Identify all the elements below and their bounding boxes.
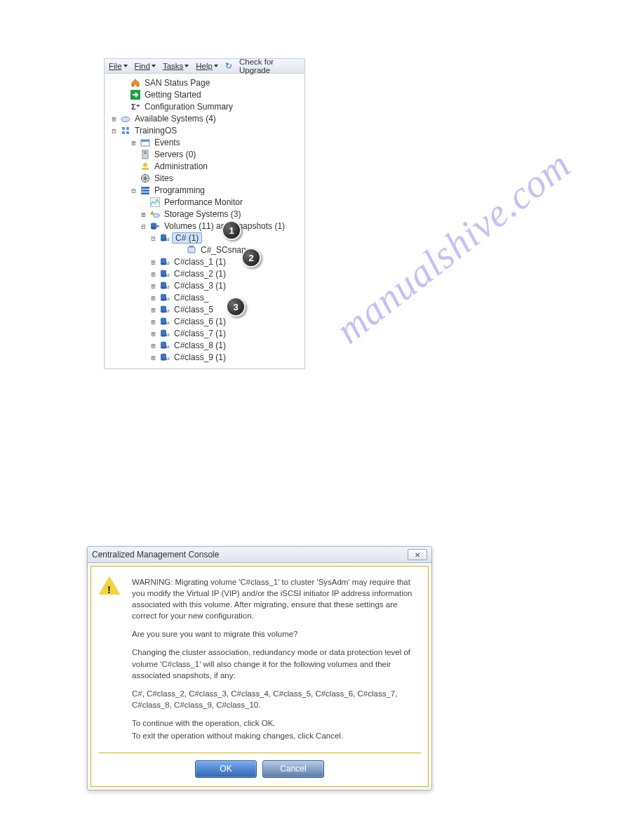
tree-label: SAN Status Page: [142, 77, 212, 88]
dialog-button-row: OK Cancel: [98, 760, 421, 779]
cancel-button[interactable]: Cancel: [262, 760, 324, 778]
tree-item-available-systems[interactable]: Available Systems (4): [106, 112, 304, 124]
svg-point-23: [151, 227, 156, 230]
dialog-title: Centralized Management Console: [92, 550, 219, 560]
menu-help[interactable]: Help: [196, 62, 218, 70]
expand-icon[interactable]: [149, 352, 157, 362]
tree-item-class1[interactable]: 10C#class_1 (1): [106, 256, 304, 267]
tree-label: C#class_2 (1): [172, 268, 228, 279]
collapse-icon[interactable]: [140, 221, 147, 231]
svg-rect-3: [122, 127, 125, 130]
expand-icon[interactable]: [110, 114, 118, 124]
expand-icon[interactable]: [149, 269, 157, 279]
refresh-icon[interactable]: [225, 61, 232, 71]
collapse-icon[interactable]: [110, 126, 118, 135]
tree-item-class5[interactable]: 10C#class_5: [106, 303, 304, 315]
tree-item-trainingos[interactable]: TrainingOS: [106, 124, 304, 136]
svg-rect-8: [141, 140, 149, 142]
calendar-icon: [140, 138, 150, 147]
tree-label: C#_SCsnap: [199, 244, 248, 256]
dialog-text-continue: To continue with the operation, click OK…: [132, 717, 421, 729]
expand-icon[interactable]: [149, 257, 157, 267]
tree-item-scsnap[interactable]: C#_SCsnap: [106, 244, 304, 256]
chevron-down-icon: [152, 65, 156, 67]
menu-bar: File Find Tasks Help Check for Upgrade: [105, 59, 304, 74]
dialog-separator: [98, 753, 421, 753]
watermark-text: manualshive.com: [327, 142, 579, 352]
tree-item-class8[interactable]: 10C#class_8 (1): [106, 339, 304, 351]
dialog-text-warning: WARNING: Migrating volume 'C#class_1' to…: [132, 576, 421, 621]
close-button[interactable]: ✕: [408, 549, 427, 560]
menu-tasks[interactable]: Tasks: [163, 62, 189, 70]
tree-item-config-summary[interactable]: Σ⁺Configuration Summary: [106, 100, 304, 112]
tree-label: Configuration Summary: [142, 101, 235, 112]
tree-item-san-status[interactable]: SAN Status Page: [106, 77, 304, 88]
expand-icon[interactable]: [149, 305, 157, 315]
clouds-icon: [120, 114, 130, 124]
tree-label: Storage Systems (3): [162, 208, 243, 220]
tree-item-volumes-snapshots[interactable]: Volumes (11) and Snapshots (1): [106, 220, 304, 232]
tree-item-sites[interactable]: Sites: [106, 172, 304, 184]
chevron-down-icon: [185, 65, 189, 67]
tree-item-servers[interactable]: Servers (0): [106, 148, 304, 160]
tree-label: Events: [152, 137, 182, 148]
tree-item-class9[interactable]: 10C#class_9 (1): [106, 351, 304, 363]
check-for-upgrade-link[interactable]: Check for Upgrade: [239, 58, 300, 74]
volume-icon: 10: [159, 305, 170, 315]
collapse-icon[interactable]: [149, 233, 157, 243]
svg-marker-19: [151, 211, 154, 214]
svg-rect-6: [126, 131, 129, 134]
tree-item-class4[interactable]: 10C#class_: [106, 291, 304, 303]
tree-label: C#class_7 (1): [172, 328, 228, 339]
menu-file[interactable]: File: [109, 62, 128, 70]
tree-item-class7[interactable]: 10C#class_7 (1): [106, 327, 304, 339]
migration-warning-dialog: Centralized Management Console ✕ WARNING…: [87, 546, 432, 790]
tree-item-getting-started[interactable]: Getting Started: [106, 88, 304, 100]
menu-find[interactable]: Find: [135, 62, 156, 70]
volume-icon: 10: [159, 293, 170, 303]
tree-label: Getting Started: [142, 89, 203, 100]
volume-icon: 10: [159, 257, 170, 267]
collapse-icon[interactable]: [130, 185, 137, 195]
expand-icon[interactable]: [130, 138, 137, 147]
dialog-text-changing: Changing the cluster association, redund…: [132, 647, 421, 680]
svg-point-24: [155, 225, 159, 227]
tree-item-perf-monitor[interactable]: Performance Monitor: [106, 196, 304, 208]
chevron-down-icon: [214, 65, 218, 67]
dialog-message: WARNING: Migrating volume 'C#class_1' to…: [132, 576, 421, 748]
expand-icon[interactable]: [149, 293, 157, 303]
tree-item-csharp[interactable]: 10C# (1): [106, 232, 304, 244]
dialog-text-volumes-list: C#, C#class_2, C#class_3, C#class_4, C#c…: [132, 688, 421, 710]
volume-icon: 10: [159, 352, 170, 362]
server-icon: [140, 150, 150, 159]
svg-rect-10: [144, 152, 147, 152]
tree-label: C#class_3 (1): [172, 280, 228, 291]
svg-rect-17: [141, 192, 149, 194]
tree-item-events[interactable]: Events: [106, 136, 304, 148]
menu-find-label: Find: [135, 62, 150, 70]
expand-icon[interactable]: [149, 329, 157, 338]
volume-icon: 10: [159, 317, 170, 326]
menu-tasks-label: Tasks: [163, 62, 183, 70]
ok-button[interactable]: OK: [195, 760, 257, 778]
svg-text:10: 10: [166, 309, 170, 313]
tree-item-administration[interactable]: Administration: [106, 160, 304, 172]
expand-icon[interactable]: [149, 317, 157, 326]
tree-item-programming[interactable]: Programming: [106, 184, 304, 196]
stack-icon: [140, 185, 150, 195]
tree-label: Servers (0): [152, 149, 198, 160]
svg-rect-15: [141, 187, 149, 189]
expand-icon[interactable]: [149, 281, 157, 291]
tree-item-class2[interactable]: 10C#class_2 (1): [106, 267, 304, 279]
tree-item-class6[interactable]: 10C#class_6 (1): [106, 315, 304, 327]
dialog-titlebar: Centralized Management Console ✕: [88, 547, 431, 563]
tree-item-storage-systems[interactable]: Storage Systems (3): [106, 208, 304, 220]
dialog-text-exit: To exit the operation without making cha…: [132, 730, 421, 741]
expand-icon[interactable]: [149, 340, 157, 350]
expand-icon[interactable]: [140, 209, 147, 219]
cluster-icon: [120, 126, 130, 135]
tree-item-class3[interactable]: 10C#class_3 (1): [106, 279, 304, 291]
svg-text:10: 10: [166, 321, 170, 325]
callout-bullet-2: 2: [241, 248, 261, 267]
tree-label: C#class_: [172, 292, 210, 303]
